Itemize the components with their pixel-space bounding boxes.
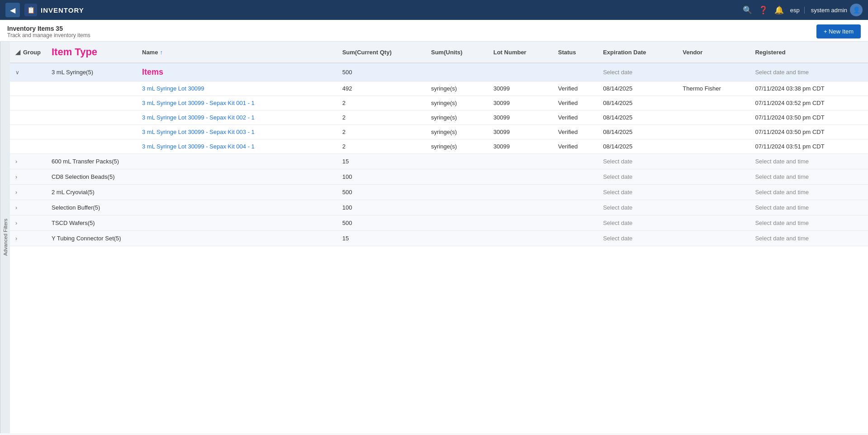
group-items-label-cell <box>137 154 337 169</box>
group-registered: Select date and time <box>749 154 868 169</box>
group-expand-cell[interactable]: › <box>10 200 46 215</box>
group-expiration-date: Select date <box>598 185 677 200</box>
group-sum-qty: 15 <box>337 231 426 246</box>
group-expand-cell[interactable]: › <box>10 154 46 169</box>
avatar: 👤 <box>850 4 863 16</box>
item-name-cell[interactable]: 3 mL Syringe Lot 30099 - Sepax Kit 001 -… <box>137 96 337 110</box>
item-name-link[interactable]: 3 mL Syringe Lot 30099 <box>142 85 204 92</box>
item-name-cell[interactable]: 3 mL Syringe Lot 30099 - Sepax Kit 004 -… <box>137 139 337 154</box>
registered-header: Registered <box>749 42 868 63</box>
item-registered: 07/11/2024 03:51 pm CDT <box>749 139 868 154</box>
group-row[interactable]: ›2 mL Cryovial(5)500Select dateSelect da… <box>10 185 868 200</box>
filter-icon[interactable]: ◢ <box>15 48 20 56</box>
item-lot-number: 30099 <box>488 139 553 154</box>
group-sum-units <box>426 169 488 185</box>
item-status: Verified <box>553 125 598 139</box>
group-expand-cell[interactable]: › <box>10 231 46 246</box>
table-row: 3 mL Syringe Lot 30099492syringe(s)30099… <box>10 81 868 96</box>
chevron-down-icon[interactable]: ∨ <box>15 69 19 76</box>
group-status <box>553 215 598 231</box>
page-title: Inventory Items 35 <box>7 25 90 32</box>
item-name-link[interactable]: 3 mL Syringe Lot 30099 - Sepax Kit 003 -… <box>142 129 255 135</box>
new-item-button[interactable]: + New Item <box>816 24 861 38</box>
item-expiration-date: 08/14/2025 <box>598 110 677 125</box>
group-sum-qty: 100 <box>337 200 426 215</box>
group-registered: Select date and time <box>749 215 868 231</box>
group-vendor <box>677 185 749 200</box>
chevron-right-icon[interactable]: › <box>15 189 17 196</box>
table-row: 3 mL Syringe Lot 30099 - Sepax Kit 004 -… <box>10 139 868 154</box>
page-header-left: Inventory Items 35 Track and manage inve… <box>7 25 90 38</box>
group-vendor <box>677 63 749 81</box>
item-registered: 07/11/2024 03:50 pm CDT <box>749 110 868 125</box>
group-status <box>553 231 598 246</box>
user-menu[interactable]: system admin 👤 <box>811 4 863 16</box>
item-vendor <box>677 139 749 154</box>
group-name-cell: Selection Buffer(5) <box>46 200 137 215</box>
group-expiration-date: Select date <box>598 215 677 231</box>
group-vendor <box>677 231 749 246</box>
group-expiration-date: Select date <box>598 231 677 246</box>
group-lot-number <box>488 185 553 200</box>
item-name-link[interactable]: 3 mL Syringe Lot 30099 - Sepax Kit 004 -… <box>142 143 255 150</box>
vendor-header: Vendor <box>677 42 749 63</box>
item-name-cell[interactable]: 3 mL Syringe Lot 30099 - Sepax Kit 003 -… <box>137 125 337 139</box>
group-items-label-cell: Items <box>137 63 337 81</box>
group-row[interactable]: ›CD8 Selection Beads(5)100Select dateSel… <box>10 169 868 185</box>
group-expand-cell[interactable]: ∨ <box>10 63 46 81</box>
group-sum-qty: 500 <box>337 63 426 81</box>
group-expiration-date: Select date <box>598 63 677 81</box>
item-registered: 07/11/2024 03:38 pm CDT <box>749 81 868 96</box>
item-name-cell[interactable]: 3 mL Syringe Lot 30099 - Sepax Kit 002 -… <box>137 110 337 125</box>
group-sum-units <box>426 200 488 215</box>
notification-icon[interactable]: 🔔 <box>774 5 784 15</box>
user-name: system admin <box>811 7 847 14</box>
table-container: ◢ Group Item Type Name ↑ Sum(Current Qty… <box>10 42 868 433</box>
advanced-filters-tab[interactable]: Advanced Filters <box>0 42 10 433</box>
item-registered: 07/11/2024 03:52 pm CDT <box>749 96 868 110</box>
table-row: 3 mL Syringe Lot 30099 - Sepax Kit 002 -… <box>10 110 868 125</box>
chevron-right-icon[interactable]: › <box>15 220 17 226</box>
inventory-table: ◢ Group Item Type Name ↑ Sum(Current Qty… <box>10 42 868 246</box>
item-name-link[interactable]: 3 mL Syringe Lot 30099 - Sepax Kit 001 -… <box>142 100 255 106</box>
group-sum-units <box>426 231 488 246</box>
item-name-link[interactable]: 3 mL Syringe Lot 30099 - Sepax Kit 002 -… <box>142 114 255 121</box>
group-vendor <box>677 169 749 185</box>
group-row[interactable]: ∨3 mL Syringe(5)Items500Select dateSelec… <box>10 63 868 81</box>
group-lot-number <box>488 63 553 81</box>
top-navigation: ◀ 📋 INVENTORY 🔍 ❓ 🔔 esp system admin 👤 <box>0 0 868 20</box>
module-icon-symbol: 📋 <box>27 6 35 14</box>
help-icon[interactable]: ❓ <box>759 5 768 15</box>
search-icon[interactable]: 🔍 <box>743 5 752 15</box>
group-lot-number <box>488 215 553 231</box>
item-lot-number: 30099 <box>488 96 553 110</box>
group-items-label-cell <box>137 185 337 200</box>
group-column-header: Group <box>23 49 41 56</box>
chevron-right-icon[interactable]: › <box>15 158 17 165</box>
group-name-cell: 600 mL Transfer Packs(5) <box>46 154 137 169</box>
group-sum-qty: 500 <box>337 215 426 231</box>
group-row[interactable]: ›Y Tubing Connector Set(5)15Select dateS… <box>10 231 868 246</box>
group-row[interactable]: ›TSCD Wafers(5)500Select dateSelect date… <box>10 215 868 231</box>
sort-icon[interactable]: ↑ <box>160 49 163 56</box>
language-selector[interactable]: esp <box>790 7 805 14</box>
item-sum-qty: 2 <box>337 110 426 125</box>
item-sum-qty: 2 <box>337 125 426 139</box>
back-button[interactable]: ◀ <box>5 3 20 17</box>
group-row[interactable]: ›600 mL Transfer Packs(5)15Select dateSe… <box>10 154 868 169</box>
chevron-right-icon[interactable]: › <box>15 235 17 242</box>
group-expand-cell[interactable]: › <box>10 215 46 231</box>
back-icon: ◀ <box>10 6 15 14</box>
nav-right-controls: 🔍 ❓ 🔔 esp system admin 👤 <box>743 4 863 16</box>
group-name-cell: Y Tubing Connector Set(5) <box>46 231 137 246</box>
group-row[interactable]: ›Selection Buffer(5)100Select dateSelect… <box>10 200 868 215</box>
group-expand-cell[interactable]: › <box>10 185 46 200</box>
group-sum-units <box>426 185 488 200</box>
chevron-right-icon[interactable]: › <box>15 174 17 180</box>
item-sum-qty: 2 <box>337 139 426 154</box>
lot-number-header: Lot Number <box>488 42 553 63</box>
group-expand-cell[interactable]: › <box>10 169 46 185</box>
item-name-cell[interactable]: 3 mL Syringe Lot 30099 <box>137 81 337 96</box>
chevron-right-icon[interactable]: › <box>15 205 17 211</box>
name-header[interactable]: Name ↑ <box>137 42 337 63</box>
